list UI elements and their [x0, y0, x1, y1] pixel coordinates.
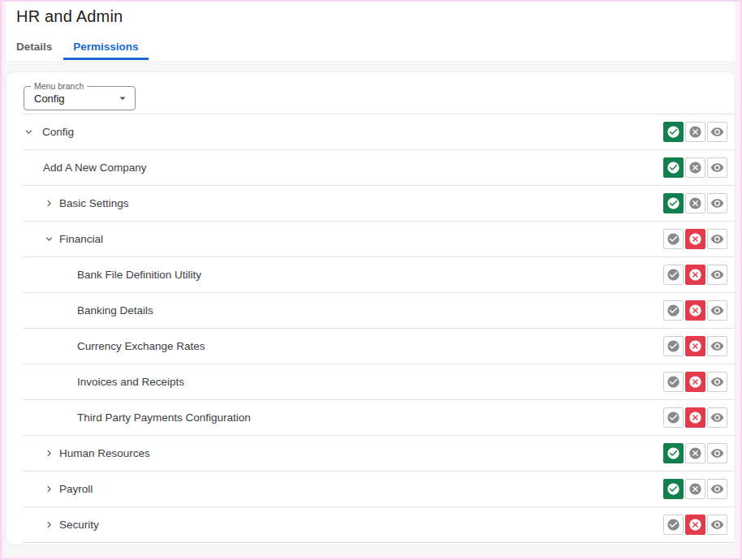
- tree-row-label: Basic Settings: [59, 197, 663, 209]
- permission-button-group: [663, 407, 727, 428]
- x-circle-icon: [688, 161, 702, 174]
- tree-row: Currency Exchange Rates: [23, 328, 735, 364]
- deny-button[interactable]: [685, 515, 705, 535]
- x-circle-icon: [688, 411, 702, 424]
- chevron-right-icon[interactable]: [43, 483, 55, 495]
- tree-row: Human Resources: [23, 435, 735, 471]
- permission-button-group: [663, 372, 727, 392]
- x-circle-icon: [688, 268, 702, 282]
- page-title: HR and Admin: [6, 2, 736, 26]
- eye-icon: [710, 339, 724, 353]
- chevron-right-icon[interactable]: [43, 447, 55, 459]
- view-button[interactable]: [707, 372, 727, 392]
- tree-row: Financial: [23, 221, 735, 256]
- eye-icon: [710, 375, 724, 389]
- x-circle-icon: [688, 232, 702, 246]
- permission-button-group: [663, 479, 727, 499]
- eye-icon: [710, 411, 724, 424]
- allow-button[interactable]: [663, 122, 684, 142]
- permissions-tree: Config Add A New Company: [6, 114, 735, 545]
- allow-button[interactable]: [663, 300, 684, 321]
- check-circle-icon: [667, 446, 680, 460]
- chevron-down-icon[interactable]: [43, 233, 55, 245]
- view-button[interactable]: [707, 336, 727, 356]
- eye-icon: [710, 304, 724, 317]
- deny-button[interactable]: [685, 265, 705, 285]
- permission-button-group: [663, 157, 727, 178]
- view-button[interactable]: [707, 479, 727, 499]
- tree-row: Payroll: [23, 471, 735, 506]
- deny-button[interactable]: [685, 157, 705, 178]
- page-header: HR and Admin Details Permissions: [6, 2, 736, 61]
- permission-button-group: [663, 229, 727, 249]
- tree-row-label: Currency Exchange Rates: [77, 340, 663, 352]
- view-button[interactable]: [707, 157, 727, 178]
- x-circle-icon: [688, 518, 702, 532]
- view-button[interactable]: [707, 515, 727, 535]
- tab-permissions[interactable]: Permissions: [63, 36, 148, 60]
- x-circle-icon: [688, 196, 702, 210]
- allow-button[interactable]: [663, 336, 684, 356]
- deny-button[interactable]: [685, 336, 705, 356]
- chevron-right-icon[interactable]: [43, 519, 55, 531]
- permission-button-group: [663, 265, 727, 285]
- allow-button[interactable]: [663, 157, 684, 178]
- view-button[interactable]: [707, 300, 727, 321]
- deny-button[interactable]: [685, 229, 705, 249]
- view-button[interactable]: [707, 229, 727, 249]
- check-circle-icon: [667, 304, 680, 317]
- x-circle-icon: [688, 304, 702, 317]
- viewport: HR and Admin Details Permissions Menu br…: [0, 0, 742, 560]
- view-button[interactable]: [707, 407, 727, 428]
- tree-row: Invoices and Receipts: [23, 364, 735, 399]
- view-button[interactable]: [707, 265, 727, 285]
- deny-button[interactable]: [685, 372, 705, 392]
- deny-button[interactable]: [685, 443, 705, 463]
- view-button[interactable]: [707, 122, 727, 142]
- tree-row: Banking Details: [23, 292, 735, 328]
- deny-button[interactable]: [685, 300, 705, 321]
- eye-icon: [710, 125, 724, 139]
- tree-row: Third Party Payments Configuration: [23, 399, 735, 435]
- tree-row-label: Add A New Company: [43, 162, 663, 174]
- allow-button[interactable]: [663, 515, 684, 535]
- deny-button[interactable]: [685, 122, 705, 142]
- permission-button-group: [663, 336, 727, 356]
- eye-icon: [710, 196, 724, 210]
- tree-row: Config: [23, 114, 735, 149]
- check-circle-icon: [667, 482, 680, 496]
- tree-row-label: Bank File Definition Utility: [77, 269, 663, 281]
- deny-button[interactable]: [685, 479, 705, 499]
- allow-button[interactable]: [663, 372, 684, 392]
- tree-row-label: Security: [59, 519, 663, 531]
- permission-button-group: [663, 515, 727, 535]
- allow-button[interactable]: [663, 443, 684, 463]
- allow-button[interactable]: [663, 479, 684, 499]
- menu-branch-value: Config: [24, 93, 115, 105]
- check-circle-icon: [667, 411, 680, 424]
- tree-row-label: Banking Details: [77, 304, 663, 317]
- allow-button[interactable]: [663, 229, 684, 249]
- deny-button[interactable]: [685, 407, 705, 428]
- x-circle-icon: [688, 446, 702, 460]
- chevron-down-icon[interactable]: [23, 126, 35, 138]
- tree-row-label: Third Party Payments Configuration: [77, 411, 663, 424]
- view-button[interactable]: [707, 443, 727, 463]
- eye-icon: [710, 268, 724, 282]
- check-circle-icon: [667, 232, 680, 246]
- tree-row-label: Human Resources: [59, 447, 663, 459]
- tree-row-label: Payroll: [59, 483, 663, 495]
- allow-button[interactable]: [663, 193, 684, 213]
- allow-button[interactable]: [663, 265, 684, 285]
- check-circle-icon: [667, 339, 680, 353]
- eye-icon: [710, 161, 724, 174]
- menu-branch-select[interactable]: Menu branch Config: [24, 86, 136, 110]
- deny-button[interactable]: [685, 193, 705, 213]
- tree-row: Security: [23, 506, 735, 542]
- chevron-right-icon[interactable]: [43, 197, 55, 209]
- eye-icon: [710, 446, 724, 460]
- view-button[interactable]: [707, 193, 727, 213]
- allow-button[interactable]: [663, 407, 684, 428]
- tab-details[interactable]: Details: [6, 36, 62, 60]
- tree-row: Basic Settings: [23, 185, 735, 221]
